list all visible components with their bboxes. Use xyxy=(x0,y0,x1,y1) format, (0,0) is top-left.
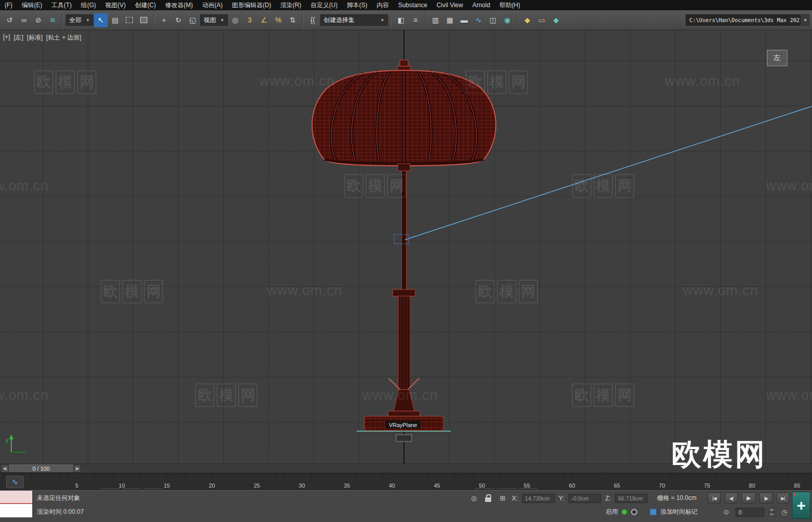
window-crossing-icon[interactable] xyxy=(137,13,151,27)
spinner-snap-icon[interactable]: ⇅ xyxy=(286,13,300,27)
angle-snap-icon[interactable]: ∠ xyxy=(257,13,271,27)
selection-lock-icon[interactable] xyxy=(483,493,493,504)
mini-curve-editor-button[interactable]: ∿ xyxy=(6,476,24,488)
timeline-ruler[interactable]: ∿ 510152025303540455055606570758085 xyxy=(0,473,812,490)
mute-toggle-icon[interactable] xyxy=(631,509,637,515)
menu-item[interactable]: 脚本(S) xyxy=(342,0,372,10)
chevron-down-icon: ▼ xyxy=(220,18,224,23)
project-folder-field[interactable]: C:\Users\Han\Documents\3ds Max 2022 xyxy=(686,14,801,26)
time-configuration-icon[interactable]: ◷ xyxy=(779,507,789,517)
frame-spinner[interactable]: ▲ ▼ xyxy=(768,508,775,516)
snap-toggle-3d-icon[interactable]: 3 xyxy=(243,13,257,27)
toggle-layer-explorer-icon[interactable]: ▦ xyxy=(443,13,457,27)
go-to-end-button[interactable]: ▶| xyxy=(777,493,789,504)
align-icon[interactable]: ≡ xyxy=(409,13,422,27)
maxscript-mini-listener[interactable] xyxy=(0,491,33,518)
x-coordinate-field[interactable]: 14.739cm xyxy=(522,494,555,503)
viewport[interactable]: [+][左][标准][粘土 + 边面] 左 xyxy=(0,30,812,463)
timeline-tick-label: 60 xyxy=(569,482,575,489)
percent-snap-icon[interactable]: % xyxy=(272,13,285,27)
selection-filter-dropdown[interactable]: 全部 ▼ xyxy=(66,14,93,26)
bind-to-space-warp-icon[interactable]: ≋ xyxy=(46,13,60,27)
enabled-indicator[interactable] xyxy=(622,510,627,514)
mini-listener-script-row[interactable] xyxy=(0,504,32,517)
menu-item[interactable]: 视图(V) xyxy=(101,0,130,10)
select-object-icon[interactable]: ↖ xyxy=(94,13,108,27)
play-button[interactable]: ▶ xyxy=(742,493,756,504)
site-logo: 欧模网 xyxy=(671,435,767,475)
unlink-selection-icon[interactable]: ⊘ xyxy=(31,13,45,27)
previous-frame-button[interactable]: ◀| xyxy=(725,493,738,504)
axis-tripod: y xyxy=(4,431,30,456)
select-by-name-icon[interactable]: ▤ xyxy=(108,13,122,27)
object-name-label: VRayPlane xyxy=(385,421,420,429)
menu-item[interactable]: 创建(C) xyxy=(130,0,161,10)
menu-item[interactable]: 图形编辑器(D) xyxy=(227,0,276,10)
menu-item[interactable]: (F) xyxy=(0,0,17,10)
menu-item[interactable]: 内容 xyxy=(372,0,394,10)
named-selection-sets-dropdown[interactable]: 创建选择集 ▼ xyxy=(320,14,388,26)
svg-text:y: y xyxy=(6,437,8,443)
spinner-up-icon[interactable]: ▲ xyxy=(768,508,775,512)
schematic-view-icon[interactable]: ◫ xyxy=(486,13,500,27)
select-and-move-icon[interactable]: + xyxy=(157,13,171,27)
project-folder-dropdown[interactable]: ▼ xyxy=(801,14,809,26)
timeline-tick-label: 45 xyxy=(434,482,440,489)
isolate-selection-icon[interactable]: ◎ xyxy=(469,493,479,504)
chevron-down-icon: ▼ xyxy=(86,18,90,23)
lamp-model[interactable] xyxy=(287,30,524,463)
select-and-link-icon[interactable]: ∞ xyxy=(17,13,31,27)
rendered-frame-window-icon[interactable]: ▭ xyxy=(535,13,549,27)
y-coordinate-field[interactable]: -0.0cm xyxy=(568,494,601,503)
menu-item[interactable]: Arnold xyxy=(468,0,495,10)
viewport-label-segment[interactable]: [左] xyxy=(14,33,24,42)
viewport-label-segment[interactable]: [标准] xyxy=(27,33,43,42)
mini-listener-macro-row[interactable] xyxy=(0,491,32,504)
time-slider-value[interactable]: 0 / 100 xyxy=(9,465,73,473)
toolbar-separator xyxy=(302,12,303,28)
timeline-tick-label: 10 xyxy=(119,482,125,489)
menu-item[interactable]: Civil View xyxy=(432,0,468,10)
menu-item[interactable]: 工具(T) xyxy=(47,0,76,10)
undo-icon[interactable]: ↺ xyxy=(3,13,16,27)
render-production-icon[interactable]: ◆ xyxy=(549,13,563,27)
reference-coordinate-dropdown[interactable]: 视图 ▼ xyxy=(200,14,228,26)
time-slider-handle[interactable]: ◀| 0 / 100 |▶ xyxy=(1,465,81,473)
toggle-scene-explorer-icon[interactable]: ▥ xyxy=(429,13,442,27)
menu-item[interactable]: 编辑(E) xyxy=(17,0,47,10)
next-frame-button[interactable]: |▶ xyxy=(760,493,772,504)
timeline-tick-label: 35 xyxy=(344,482,350,489)
plus-button[interactable]: + xyxy=(792,492,810,519)
spinner-down-icon[interactable]: ▼ xyxy=(768,512,775,516)
z-coordinate-field[interactable]: 56.719cm xyxy=(615,494,648,503)
add-time-tag-label[interactable]: 添加时间标记 xyxy=(661,508,698,516)
menu-item[interactable]: 组(G) xyxy=(76,0,101,10)
menu-item[interactable]: 渲染(R) xyxy=(276,0,306,10)
material-editor-icon[interactable]: ◉ xyxy=(500,13,514,27)
viewport-label-segment[interactable]: [粘土 + 边面] xyxy=(46,33,81,42)
select-and-scale-icon[interactable]: ◱ xyxy=(186,13,200,27)
transform-typein-mode-icon[interactable]: ⊞ xyxy=(497,493,508,504)
use-pivot-center-icon[interactable]: ◎ xyxy=(228,13,242,27)
menu-bar: (F)编辑(E)工具(T)组(G)视图(V)创建(C)修改器(M)动画(A)图形… xyxy=(0,0,812,10)
select-and-rotate-icon[interactable]: ↻ xyxy=(171,13,185,27)
menu-item[interactable]: Substance xyxy=(394,0,432,10)
rectangular-selection-region-icon[interactable] xyxy=(123,13,137,27)
menu-item[interactable]: 帮助(H) xyxy=(495,0,525,10)
current-frame-field[interactable]: 0 xyxy=(736,508,764,517)
viewport-label-segment[interactable]: [+] xyxy=(3,33,10,42)
y-label: Y: xyxy=(559,495,565,502)
key-mode-toggle-icon[interactable]: ⊙ xyxy=(721,507,731,517)
toggle-ribbon-icon[interactable]: ▬ xyxy=(457,13,471,27)
edit-named-selection-sets-icon[interactable]: {( xyxy=(306,13,320,27)
go-to-start-button[interactable]: |◀ xyxy=(708,493,721,504)
menu-item[interactable]: 修改器(M) xyxy=(161,0,198,10)
render-setup-icon[interactable]: ◆ xyxy=(520,13,534,27)
mirror-icon[interactable]: ◧ xyxy=(394,13,408,27)
viewcube[interactable]: 左 xyxy=(767,50,787,66)
curve-editor-icon[interactable]: ∿ xyxy=(472,13,486,27)
menu-item[interactable]: 自定义(U) xyxy=(306,0,342,10)
previous-frame-arrow[interactable]: ◀| xyxy=(1,465,9,473)
next-frame-arrow[interactable]: |▶ xyxy=(73,465,81,473)
menu-item[interactable]: 动画(A) xyxy=(198,0,227,10)
